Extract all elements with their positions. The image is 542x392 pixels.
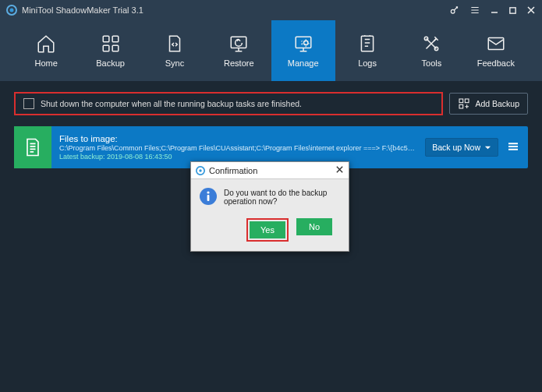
svg-rect-22: [207, 195, 210, 201]
no-button[interactable]: No: [296, 218, 332, 235]
nav-label: Feedback: [477, 58, 515, 68]
svg-rect-15: [459, 99, 463, 103]
yes-button[interactable]: Yes: [250, 221, 285, 238]
titlebar: MiniTool ShadowMaker Trial 3.1: [0, 0, 542, 20]
svg-rect-4: [103, 36, 109, 42]
task-title: Files to image:: [59, 134, 417, 143]
svg-rect-6: [103, 45, 109, 51]
shutdown-checkbox[interactable]: [23, 98, 34, 109]
nav-feedback[interactable]: Feedback: [464, 20, 528, 81]
task-info: Files to image: C:\Program Files\Common …: [51, 131, 425, 164]
dialog-close-icon[interactable]: [335, 164, 344, 176]
nav-tools[interactable]: Tools: [399, 20, 463, 81]
nav-label: Backup: [96, 58, 125, 68]
window-title: MiniTool ShadowMaker Trial 3.1: [22, 5, 449, 15]
task-latest-backup: Latest backup: 2019-08-08 16:43:50: [59, 153, 417, 161]
svg-point-21: [207, 191, 209, 193]
titlebar-controls: [449, 5, 536, 16]
shutdown-label: Shut down the computer when all the runn…: [41, 99, 302, 108]
confirmation-dialog: Confirmation Do you want to do the backu…: [190, 161, 349, 252]
add-backup-button[interactable]: Add Backup: [449, 93, 528, 115]
dialog-titlebar: Confirmation: [191, 162, 349, 179]
nav-label: Tools: [422, 58, 442, 68]
dialog-title: Confirmation: [209, 166, 335, 175]
minimize-icon[interactable]: [490, 5, 499, 15]
nav-label: Logs: [358, 58, 377, 68]
nav-sync[interactable]: Sync: [143, 20, 207, 81]
svg-rect-7: [112, 45, 119, 51]
nav-home[interactable]: Home: [14, 20, 78, 81]
shutdown-option[interactable]: Shut down the computer when all the runn…: [14, 92, 443, 115]
nav-label: Sync: [165, 58, 184, 68]
nav-manage[interactable]: Manage: [271, 20, 335, 81]
nav-label: Restore: [224, 58, 254, 68]
svg-point-10: [303, 41, 307, 44]
dialog-buttons: Yes No: [191, 215, 349, 251]
backup-now-button[interactable]: Back up Now: [425, 138, 498, 157]
top-row: Shut down the computer when all the runn…: [14, 92, 528, 115]
nav-label: Home: [35, 58, 58, 68]
task-actions: Back up Now: [425, 138, 528, 157]
svg-rect-5: [112, 36, 119, 42]
task-type-icon: [14, 126, 51, 168]
key-icon[interactable]: [449, 5, 460, 16]
svg-rect-3: [510, 7, 515, 12]
main-nav: Home Backup Sync Restore Manage Logs Too…: [0, 20, 542, 81]
yes-button-highlight: Yes: [246, 218, 289, 242]
nav-label: Manage: [288, 58, 319, 68]
svg-point-19: [199, 169, 201, 171]
svg-point-2: [451, 9, 455, 13]
backup-now-label: Back up Now: [432, 143, 480, 152]
nav-logs[interactable]: Logs: [335, 20, 399, 81]
info-icon: [199, 187, 218, 209]
content-area: Shut down the computer when all the runn…: [0, 81, 542, 168]
svg-rect-17: [459, 104, 463, 108]
maximize-icon[interactable]: [508, 6, 517, 15]
nav-restore[interactable]: Restore: [207, 20, 271, 81]
svg-point-1: [10, 9, 14, 12]
dialog-message: Do you want to do the backup operation n…: [224, 187, 341, 206]
add-backup-label: Add Backup: [475, 99, 519, 108]
svg-rect-11: [361, 36, 373, 51]
nav-backup[interactable]: Backup: [78, 20, 142, 81]
task-menu-icon[interactable]: [506, 139, 520, 156]
svg-rect-14: [488, 37, 504, 49]
task-description: C:\Program Files\Common Files;C:\Program…: [59, 144, 417, 153]
menu-icon[interactable]: [469, 5, 480, 16]
app-logo-icon: [6, 5, 17, 16]
svg-rect-16: [466, 99, 469, 103]
dialog-body: Do you want to do the backup operation n…: [191, 179, 349, 215]
dialog-app-icon: [196, 166, 205, 175]
close-icon[interactable]: [526, 5, 536, 15]
